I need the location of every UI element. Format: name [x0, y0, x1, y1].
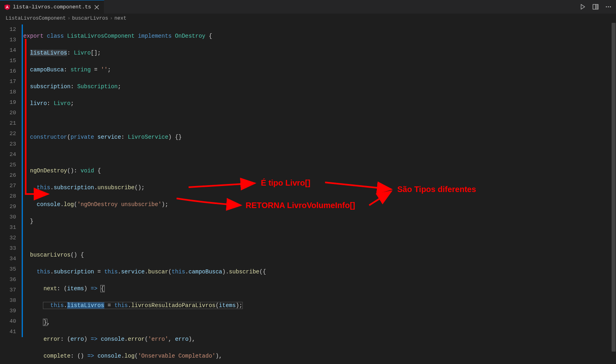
scm-modified-indicator [22, 24, 23, 337]
svg-point-7 [610, 6, 611, 8]
svg-rect-4 [596, 5, 598, 9]
vertical-scrollbar[interactable] [610, 23, 616, 364]
svg-point-6 [608, 6, 609, 8]
svg-point-5 [606, 6, 607, 8]
breadcrumb-item[interactable]: buscarLivros [72, 16, 108, 21]
split-editor-icon[interactable] [592, 3, 599, 10]
breadcrumb[interactable]: ListaLivrosComponent › buscarLivros › ne… [0, 14, 616, 23]
breadcrumb-item[interactable]: next [114, 16, 126, 21]
angular-icon [4, 4, 10, 10]
tab-filename: lista-livros.component.ts [13, 4, 91, 10]
run-icon[interactable] [579, 3, 586, 10]
tab-actions [579, 0, 616, 14]
tab-bar: lista-livros.component.ts [0, 0, 616, 14]
line-gutter: 12 13 14 15 16 17 18 19 20 21 22 23 24 2… [0, 23, 23, 364]
breadcrumb-item[interactable]: ListaLivrosComponent [6, 16, 66, 21]
scrollbar-thumb[interactable] [612, 23, 616, 352]
more-icon[interactable] [605, 3, 612, 10]
code-editor[interactable]: 12 13 14 15 16 17 18 19 20 21 22 23 24 2… [0, 23, 616, 364]
tab-active[interactable]: lista-livros.component.ts [0, 0, 104, 14]
close-icon[interactable] [94, 4, 100, 10]
chevron-right-icon: › [67, 16, 71, 21]
code-content[interactable]: export class ListaLivrosComponent implem… [23, 23, 616, 364]
chevron-right-icon: › [110, 16, 113, 21]
